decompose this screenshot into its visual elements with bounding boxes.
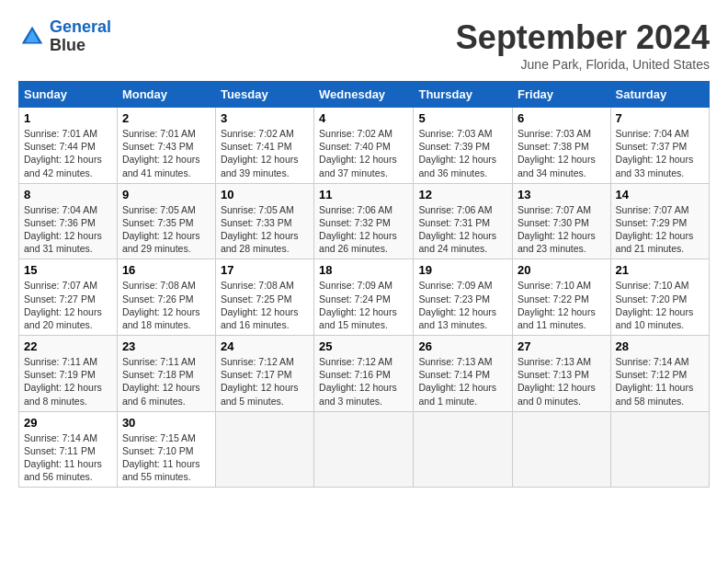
day-cell: 25Sunrise: 7:12 AMSunset: 7:16 PMDayligh… <box>314 336 414 412</box>
day-number: 2 <box>122 111 210 125</box>
week-row-1: 1Sunrise: 7:01 AMSunset: 7:44 PMDaylight… <box>19 108 710 184</box>
day-number: 8 <box>24 188 112 201</box>
day-number: 19 <box>418 263 507 277</box>
day-cell: 11Sunrise: 7:06 AMSunset: 7:32 PMDayligh… <box>314 183 414 259</box>
title-block: September 2024 June Park, Florida, Unite… <box>456 18 710 72</box>
day-info: Sunrise: 7:15 AMSunset: 7:10 PMDaylight:… <box>122 431 210 484</box>
day-number: 24 <box>221 339 309 353</box>
day-cell: 8Sunrise: 7:04 AMSunset: 7:36 PMDaylight… <box>19 183 118 259</box>
day-cell: 6Sunrise: 7:03 AMSunset: 7:38 PMDaylight… <box>513 108 611 184</box>
day-number: 23 <box>122 339 210 353</box>
day-number: 13 <box>518 188 606 201</box>
day-cell: 27Sunrise: 7:13 AMSunset: 7:13 PMDayligh… <box>513 336 611 412</box>
day-number: 9 <box>122 188 210 201</box>
day-number: 29 <box>24 416 112 430</box>
day-number: 16 <box>122 263 210 277</box>
week-row-4: 22Sunrise: 7:11 AMSunset: 7:19 PMDayligh… <box>19 336 710 412</box>
day-number: 7 <box>616 111 704 125</box>
day-cell: 16Sunrise: 7:08 AMSunset: 7:26 PMDayligh… <box>117 259 215 336</box>
day-info: Sunrise: 7:07 AMSunset: 7:29 PMDaylight:… <box>616 203 704 256</box>
logo-icon <box>18 23 46 51</box>
day-cell <box>215 411 313 488</box>
day-info: Sunrise: 7:08 AMSunset: 7:26 PMDaylight:… <box>122 279 210 331</box>
day-number: 22 <box>24 339 112 353</box>
weekday-header-thursday: Thursday <box>414 82 513 108</box>
day-cell <box>513 411 611 488</box>
day-info: Sunrise: 7:08 AMSunset: 7:25 PMDaylight:… <box>221 279 309 331</box>
day-number: 4 <box>319 111 408 125</box>
day-number: 15 <box>24 263 112 277</box>
day-cell: 5Sunrise: 7:03 AMSunset: 7:39 PMDaylight… <box>414 108 513 184</box>
day-number: 21 <box>616 263 704 277</box>
day-cell: 3Sunrise: 7:02 AMSunset: 7:41 PMDaylight… <box>215 108 313 184</box>
day-cell: 1Sunrise: 7:01 AMSunset: 7:44 PMDaylight… <box>19 108 118 184</box>
day-cell: 24Sunrise: 7:12 AMSunset: 7:17 PMDayligh… <box>215 336 313 412</box>
day-number: 30 <box>122 416 210 430</box>
day-number: 1 <box>24 111 112 125</box>
day-info: Sunrise: 7:14 AMSunset: 7:11 PMDaylight:… <box>24 431 112 484</box>
day-number: 5 <box>418 111 507 125</box>
day-number: 17 <box>221 263 309 277</box>
day-cell: 29Sunrise: 7:14 AMSunset: 7:11 PMDayligh… <box>19 411 118 488</box>
location-subtitle: June Park, Florida, United States <box>456 57 710 72</box>
day-cell: 13Sunrise: 7:07 AMSunset: 7:30 PMDayligh… <box>513 183 611 259</box>
day-cell: 9Sunrise: 7:05 AMSunset: 7:35 PMDaylight… <box>117 183 215 259</box>
logo: General Blue <box>18 18 111 55</box>
day-cell <box>314 411 414 488</box>
day-info: Sunrise: 7:11 AMSunset: 7:19 PMDaylight:… <box>24 355 112 408</box>
page-header: General Blue September 2024 June Park, F… <box>18 18 710 72</box>
week-row-5: 29Sunrise: 7:14 AMSunset: 7:11 PMDayligh… <box>19 411 710 488</box>
weekday-header-monday: Monday <box>117 82 215 108</box>
day-info: Sunrise: 7:01 AMSunset: 7:43 PMDaylight:… <box>122 127 210 179</box>
day-cell <box>414 411 513 488</box>
day-number: 28 <box>616 339 704 353</box>
day-info: Sunrise: 7:04 AMSunset: 7:36 PMDaylight:… <box>24 203 112 256</box>
day-cell: 18Sunrise: 7:09 AMSunset: 7:24 PMDayligh… <box>314 259 414 336</box>
day-cell: 23Sunrise: 7:11 AMSunset: 7:18 PMDayligh… <box>117 336 215 412</box>
day-number: 6 <box>518 111 606 125</box>
day-info: Sunrise: 7:13 AMSunset: 7:13 PMDaylight:… <box>518 355 606 408</box>
day-info: Sunrise: 7:06 AMSunset: 7:31 PMDaylight:… <box>418 203 507 256</box>
day-number: 11 <box>319 188 408 201</box>
day-cell: 26Sunrise: 7:13 AMSunset: 7:14 PMDayligh… <box>414 336 513 412</box>
day-cell: 30Sunrise: 7:15 AMSunset: 7:10 PMDayligh… <box>117 411 215 488</box>
day-cell: 7Sunrise: 7:04 AMSunset: 7:37 PMDaylight… <box>610 108 709 184</box>
day-cell: 14Sunrise: 7:07 AMSunset: 7:29 PMDayligh… <box>610 183 709 259</box>
day-info: Sunrise: 7:09 AMSunset: 7:24 PMDaylight:… <box>319 279 408 331</box>
day-cell: 2Sunrise: 7:01 AMSunset: 7:43 PMDaylight… <box>117 108 215 184</box>
week-row-3: 15Sunrise: 7:07 AMSunset: 7:27 PMDayligh… <box>19 259 710 336</box>
day-info: Sunrise: 7:04 AMSunset: 7:37 PMDaylight:… <box>616 127 704 179</box>
day-info: Sunrise: 7:13 AMSunset: 7:14 PMDaylight:… <box>418 355 507 408</box>
day-info: Sunrise: 7:07 AMSunset: 7:30 PMDaylight:… <box>518 203 606 256</box>
day-cell: 15Sunrise: 7:07 AMSunset: 7:27 PMDayligh… <box>19 259 118 336</box>
day-number: 10 <box>221 188 309 201</box>
day-info: Sunrise: 7:03 AMSunset: 7:38 PMDaylight:… <box>518 127 606 179</box>
day-info: Sunrise: 7:06 AMSunset: 7:32 PMDaylight:… <box>319 203 408 256</box>
day-info: Sunrise: 7:09 AMSunset: 7:23 PMDaylight:… <box>418 279 507 331</box>
day-info: Sunrise: 7:12 AMSunset: 7:16 PMDaylight:… <box>319 355 408 408</box>
day-info: Sunrise: 7:14 AMSunset: 7:12 PMDaylight:… <box>616 355 704 408</box>
weekday-header-sunday: Sunday <box>19 82 118 108</box>
day-info: Sunrise: 7:10 AMSunset: 7:22 PMDaylight:… <box>518 279 606 331</box>
weekday-header-wednesday: Wednesday <box>314 82 414 108</box>
day-number: 12 <box>418 188 507 201</box>
day-number: 18 <box>319 263 408 277</box>
day-number: 3 <box>221 111 309 125</box>
day-info: Sunrise: 7:03 AMSunset: 7:39 PMDaylight:… <box>418 127 507 179</box>
logo-text: General Blue <box>50 18 111 55</box>
day-cell: 20Sunrise: 7:10 AMSunset: 7:22 PMDayligh… <box>513 259 611 336</box>
day-cell: 19Sunrise: 7:09 AMSunset: 7:23 PMDayligh… <box>414 259 513 336</box>
weekday-header-friday: Friday <box>513 82 611 108</box>
month-title: September 2024 <box>456 18 710 57</box>
weekday-header-tuesday: Tuesday <box>215 82 313 108</box>
day-number: 27 <box>518 339 606 353</box>
day-cell: 4Sunrise: 7:02 AMSunset: 7:40 PMDaylight… <box>314 108 414 184</box>
day-info: Sunrise: 7:11 AMSunset: 7:18 PMDaylight:… <box>122 355 210 408</box>
day-cell: 28Sunrise: 7:14 AMSunset: 7:12 PMDayligh… <box>610 336 709 412</box>
day-number: 14 <box>616 188 704 201</box>
calendar-table: SundayMondayTuesdayWednesdayThursdayFrid… <box>18 81 710 488</box>
week-row-2: 8Sunrise: 7:04 AMSunset: 7:36 PMDaylight… <box>19 183 710 259</box>
day-info: Sunrise: 7:07 AMSunset: 7:27 PMDaylight:… <box>24 279 112 331</box>
day-info: Sunrise: 7:05 AMSunset: 7:33 PMDaylight:… <box>221 203 309 256</box>
day-number: 26 <box>418 339 507 353</box>
